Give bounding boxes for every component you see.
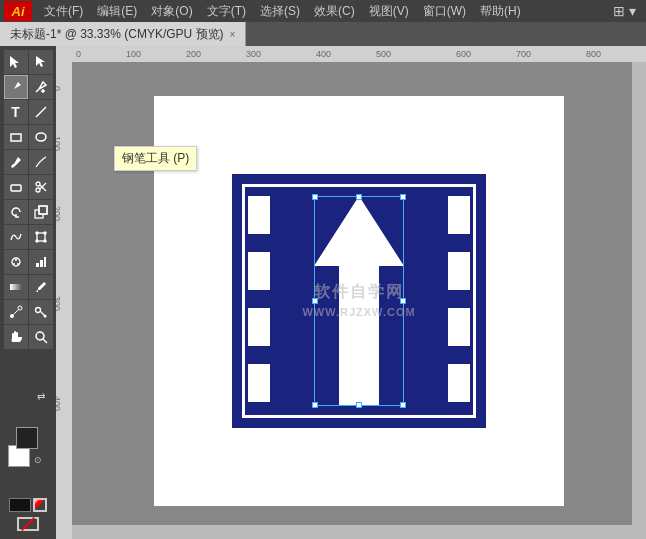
vertical-scrollbar[interactable] xyxy=(632,62,646,525)
menu-file[interactable]: 文件(F) xyxy=(38,1,89,22)
tab-title: 未标题-1* @ 33.33% (CMYK/GPU 预览) xyxy=(10,26,224,43)
scale-tool[interactable] xyxy=(29,200,53,224)
svg-rect-25 xyxy=(40,260,43,267)
road-mark-left-3 xyxy=(248,308,270,346)
svg-text:100: 100 xyxy=(56,136,62,151)
svg-text:400: 400 xyxy=(56,396,62,411)
workspace-switcher[interactable]: ⊞ ▾ xyxy=(607,1,642,21)
eraser-tool[interactable] xyxy=(4,175,28,199)
svg-text:0: 0 xyxy=(56,86,62,91)
svg-point-8 xyxy=(36,188,40,192)
color-mode-fill[interactable] xyxy=(9,498,31,512)
svg-text:100: 100 xyxy=(126,49,141,59)
toolbar: T xyxy=(0,46,56,539)
road-mark-right-2 xyxy=(448,252,470,290)
tool-row-9 xyxy=(4,250,53,274)
horizontal-ruler: 0 100 200 300 400 500 600 700 800 xyxy=(56,46,646,62)
document-tab[interactable]: 未标题-1* @ 33.33% (CMYK/GPU 预览) × xyxy=(0,22,246,46)
none-color-button[interactable] xyxy=(17,517,39,531)
scissors2-tool[interactable] xyxy=(29,300,53,324)
warp-tool[interactable] xyxy=(4,225,28,249)
svg-point-6 xyxy=(36,133,46,141)
svg-point-17 xyxy=(44,232,46,234)
svg-text:300: 300 xyxy=(246,49,261,59)
eyedropper-tool[interactable] xyxy=(29,275,53,299)
road-mark-right-4 xyxy=(448,364,470,402)
svg-rect-26 xyxy=(44,257,46,267)
svg-line-30 xyxy=(13,310,18,315)
road-mark-right-1 xyxy=(448,196,470,234)
menu-edit[interactable]: 编辑(E) xyxy=(91,1,143,22)
paintbrush-tool[interactable] xyxy=(4,150,28,174)
menu-text[interactable]: 文字(T) xyxy=(201,1,252,22)
svg-text:200: 200 xyxy=(186,49,201,59)
free-transform-tool[interactable] xyxy=(29,225,53,249)
scissors-tool[interactable] xyxy=(29,175,53,199)
hand-tool[interactable] xyxy=(4,325,28,349)
rect-tool[interactable] xyxy=(4,125,28,149)
svg-text:0: 0 xyxy=(76,49,81,59)
tool-row-1 xyxy=(4,50,53,74)
menu-help[interactable]: 帮助(H) xyxy=(474,1,527,22)
pencil-tool[interactable] xyxy=(29,150,53,174)
tool-row-11 xyxy=(4,300,53,324)
reset-colors-button[interactable]: ⊙ xyxy=(34,455,48,469)
main-layout: T xyxy=(0,46,646,539)
color-swatches: ⊙ ⇄ xyxy=(8,421,48,535)
color-mode-gradient[interactable] xyxy=(33,498,47,512)
svg-text:500: 500 xyxy=(376,49,391,59)
tab-bar: 未标题-1* @ 33.33% (CMYK/GPU 预览) × xyxy=(0,22,646,46)
foreground-color-swatch[interactable] xyxy=(16,427,38,449)
canvas-area[interactable]: 0 100 200 300 400 500 600 700 800 0 100 … xyxy=(56,46,646,539)
svg-point-28 xyxy=(10,314,14,318)
svg-marker-52 xyxy=(314,196,404,406)
tool-row-12 xyxy=(4,325,53,349)
tool-row-10 xyxy=(4,275,53,299)
add-anchor-tool[interactable] xyxy=(29,75,53,99)
sign-outer-border xyxy=(224,166,494,436)
svg-text:200: 200 xyxy=(56,206,62,221)
zoom-tool[interactable] xyxy=(29,325,53,349)
select-tool[interactable] xyxy=(4,50,28,74)
tool-row-5 xyxy=(4,150,53,174)
tab-close-button[interactable]: × xyxy=(230,29,236,40)
svg-rect-7 xyxy=(11,185,21,191)
svg-rect-46 xyxy=(56,46,72,539)
menu-object[interactable]: 对象(O) xyxy=(145,1,198,22)
ellipse-tool[interactable] xyxy=(29,125,53,149)
blend-tool[interactable] xyxy=(4,300,28,324)
tool-row-7 xyxy=(4,200,53,224)
svg-rect-13 xyxy=(39,206,47,214)
svg-rect-15 xyxy=(37,233,45,241)
line-tool[interactable] xyxy=(29,100,53,124)
svg-text:300: 300 xyxy=(56,296,62,311)
symbol-tool[interactable] xyxy=(4,250,28,274)
horizontal-scrollbar[interactable] xyxy=(72,525,646,539)
arrow-shape xyxy=(314,196,404,406)
direct-select-tool[interactable] xyxy=(29,50,53,74)
gradient-tool[interactable] xyxy=(4,275,28,299)
svg-point-19 xyxy=(44,240,46,242)
pen-tool[interactable] xyxy=(4,75,28,99)
svg-point-21 xyxy=(15,259,17,261)
menu-effect[interactable]: 效果(C) xyxy=(308,1,361,22)
canvas: 软件自学网 WWW.RJZXW.COM xyxy=(154,96,564,506)
svg-text:400: 400 xyxy=(316,49,331,59)
svg-text:600: 600 xyxy=(456,49,471,59)
menu-window[interactable]: 窗口(W) xyxy=(417,1,472,22)
svg-point-18 xyxy=(36,240,38,242)
menu-view[interactable]: 视图(V) xyxy=(363,1,415,22)
road-sign xyxy=(224,166,494,436)
swap-colors-button[interactable]: ⇄ xyxy=(37,391,45,402)
graph-tool[interactable] xyxy=(29,250,53,274)
svg-rect-24 xyxy=(36,263,39,267)
svg-line-35 xyxy=(43,339,47,343)
svg-point-16 xyxy=(36,232,38,234)
tool-row-4 xyxy=(4,125,53,149)
road-mark-left-1 xyxy=(248,196,270,234)
type-tool[interactable]: T xyxy=(4,100,28,124)
rotate-tool[interactable] xyxy=(4,200,28,224)
svg-rect-36 xyxy=(56,46,646,62)
tool-row-6 xyxy=(4,175,53,199)
menu-select[interactable]: 选择(S) xyxy=(254,1,306,22)
